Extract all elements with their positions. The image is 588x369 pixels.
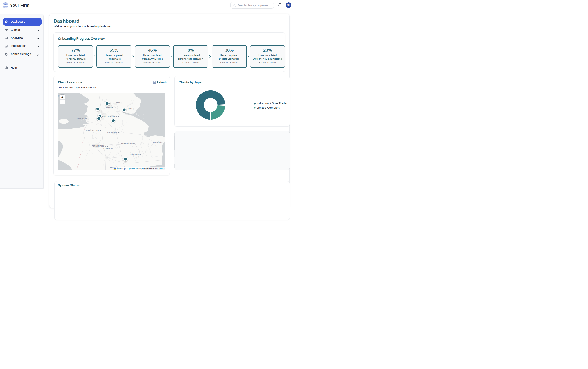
svg-text:Cambridge: Cambridge bbox=[130, 153, 140, 155]
svg-text:York: York bbox=[116, 102, 120, 104]
svg-text:+: + bbox=[62, 95, 63, 99]
svg-text:Leeds: Leeds bbox=[106, 106, 112, 108]
svg-text:Leaflet: Leaflet bbox=[117, 167, 124, 170]
svg-text:CARTO: CARTO bbox=[157, 167, 165, 170]
svg-text:Hull: Hull bbox=[128, 108, 132, 110]
svg-text:Liverpool: Liverpool bbox=[77, 117, 86, 119]
svg-text:YOUR FIRMS LOGO: YOUR FIRMS LOGO bbox=[2, 5, 8, 6]
svg-text:Nottingham: Nottingham bbox=[107, 131, 117, 133]
svg-text:Norwich: Norwich bbox=[153, 141, 161, 143]
svg-text:Peterborough: Peterborough bbox=[121, 142, 134, 144]
svg-text:−: − bbox=[61, 100, 63, 104]
svg-text:contributors ©: contributors © bbox=[143, 167, 157, 170]
svg-text:A: A bbox=[58, 97, 59, 100]
svg-text:Stoke-on-Trent: Stoke-on-Trent bbox=[86, 130, 99, 132]
svg-text:MANCHESTER: MANCHESTER bbox=[102, 115, 117, 118]
svg-text:LE: LE bbox=[58, 93, 60, 95]
svg-text:OpenStreetMap: OpenStreetMap bbox=[128, 167, 143, 170]
svg-text:| ©: | © bbox=[124, 167, 128, 170]
svg-text:Coventry: Coventry bbox=[103, 147, 112, 149]
